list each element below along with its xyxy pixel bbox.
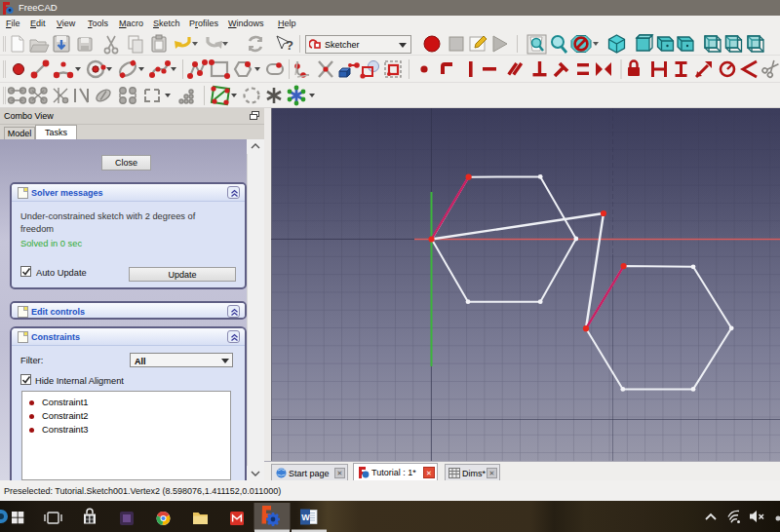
svg-text:W: W bbox=[301, 513, 310, 522]
svg-text:?: ? bbox=[286, 38, 293, 53]
